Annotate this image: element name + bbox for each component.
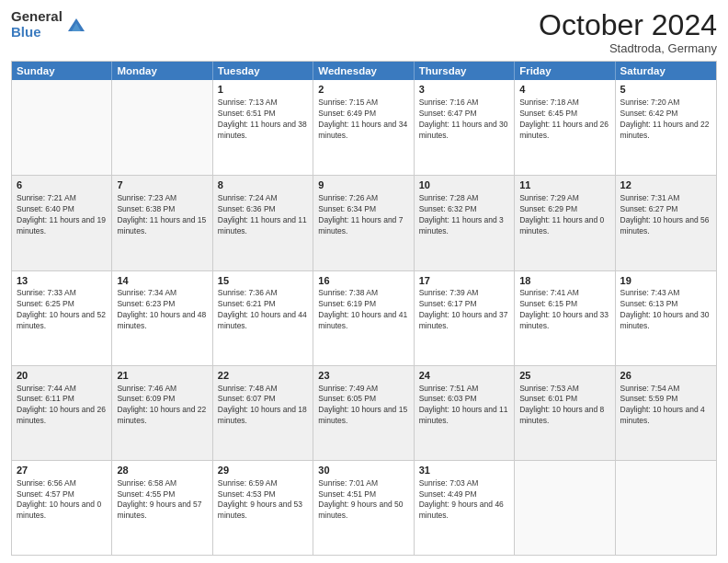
day-number: 9 [318,178,408,192]
logo: General Blue [11,9,86,40]
calendar-cell: 2Sunrise: 7:15 AMSunset: 6:49 PMDaylight… [313,80,414,175]
calendar-cell: 8Sunrise: 7:24 AMSunset: 6:36 PMDaylight… [213,176,313,270]
calendar-cell: 7Sunrise: 7:23 AMSunset: 6:38 PMDaylight… [112,176,212,270]
logo-text: General Blue [11,9,63,40]
day-info: Sunrise: 7:43 AMSunset: 6:13 PMDaylight:… [620,288,711,332]
calendar-cell: 22Sunrise: 7:48 AMSunset: 6:07 PMDayligh… [213,366,313,460]
calendar-cell [616,461,716,555]
calendar-cell: 14Sunrise: 7:34 AMSunset: 6:23 PMDayligh… [112,271,212,365]
day-info: Sunrise: 7:01 AMSunset: 4:51 PMDaylight:… [318,478,408,523]
day-info: Sunrise: 7:38 AMSunset: 6:19 PMDaylight:… [318,288,408,332]
calendar-cell: 20Sunrise: 7:44 AMSunset: 6:11 PMDayligh… [12,366,112,460]
day-info: Sunrise: 7:51 AMSunset: 6:03 PMDaylight:… [419,384,509,428]
calendar-cell: 26Sunrise: 7:54 AMSunset: 5:59 PMDayligh… [616,366,716,460]
day-info: Sunrise: 6:56 AMSunset: 4:57 PMDaylight:… [17,478,107,523]
day-info: Sunrise: 7:31 AMSunset: 6:27 PMDaylight:… [620,193,711,237]
calendar-cell: 27Sunrise: 6:56 AMSunset: 4:57 PMDayligh… [12,461,112,555]
day-info: Sunrise: 7:20 AMSunset: 6:42 PMDaylight:… [620,98,711,142]
calendar-cell [515,461,615,555]
calendar-cell: 16Sunrise: 7:38 AMSunset: 6:19 PMDayligh… [313,271,414,365]
day-info: Sunrise: 7:34 AMSunset: 6:23 PMDaylight:… [117,288,207,332]
header-day-monday: Monday [112,62,212,80]
day-info: Sunrise: 7:24 AMSunset: 6:36 PMDaylight:… [218,193,308,237]
day-number: 12 [620,178,711,192]
day-info: Sunrise: 7:41 AMSunset: 6:15 PMDaylight:… [519,288,609,332]
header-day-wednesday: Wednesday [313,62,414,80]
day-info: Sunrise: 7:46 AMSunset: 6:09 PMDaylight:… [117,384,207,428]
day-number: 19 [620,274,711,288]
day-info: Sunrise: 7:26 AMSunset: 6:34 PMDaylight:… [318,193,408,237]
calendar-cell: 25Sunrise: 7:53 AMSunset: 6:01 PMDayligh… [515,366,615,460]
calendar-cell: 3Sunrise: 7:16 AMSunset: 6:47 PMDaylight… [415,80,515,175]
day-info: Sunrise: 7:49 AMSunset: 6:05 PMDaylight:… [318,384,408,428]
day-info: Sunrise: 7:15 AMSunset: 6:49 PMDaylight:… [318,98,408,142]
day-info: Sunrise: 7:21 AMSunset: 6:40 PMDaylight:… [17,193,107,237]
day-info: Sunrise: 7:44 AMSunset: 6:11 PMDaylight:… [17,384,107,428]
day-info: Sunrise: 7:16 AMSunset: 6:47 PMDaylight:… [419,98,509,142]
header-day-tuesday: Tuesday [213,62,313,80]
calendar-cell: 15Sunrise: 7:36 AMSunset: 6:21 PMDayligh… [213,271,313,365]
day-info: Sunrise: 7:28 AMSunset: 6:32 PMDaylight:… [419,193,509,237]
day-number: 17 [419,274,509,288]
logo-icon [66,15,86,35]
title-block: October 2024 Stadtroda, Germany [539,9,717,55]
day-info: Sunrise: 7:33 AMSunset: 6:25 PMDaylight:… [17,288,107,332]
day-number: 1 [218,83,308,97]
calendar-cell: 12Sunrise: 7:31 AMSunset: 6:27 PMDayligh… [616,176,716,270]
day-info: Sunrise: 7:18 AMSunset: 6:45 PMDaylight:… [519,98,609,142]
day-info: Sunrise: 6:59 AMSunset: 4:53 PMDaylight:… [218,478,308,523]
day-info: Sunrise: 7:13 AMSunset: 6:51 PMDaylight:… [218,98,308,142]
calendar-cell: 11Sunrise: 7:29 AMSunset: 6:29 PMDayligh… [515,176,615,270]
calendar-cell: 24Sunrise: 7:51 AMSunset: 6:03 PMDayligh… [415,366,515,460]
calendar-cell: 6Sunrise: 7:21 AMSunset: 6:40 PMDaylight… [12,176,112,270]
day-number: 23 [318,369,408,383]
calendar-week-2: 6Sunrise: 7:21 AMSunset: 6:40 PMDaylight… [12,175,716,270]
calendar-cell: 9Sunrise: 7:26 AMSunset: 6:34 PMDaylight… [313,176,414,270]
day-number: 8 [218,178,308,192]
day-info: Sunrise: 7:48 AMSunset: 6:07 PMDaylight:… [218,384,308,428]
month-year: October 2024 [539,9,717,41]
day-number: 27 [17,464,107,477]
header-day-thursday: Thursday [415,62,515,80]
day-number: 21 [117,369,207,383]
calendar-cell: 5Sunrise: 7:20 AMSunset: 6:42 PMDaylight… [616,80,716,175]
calendar-cell: 13Sunrise: 7:33 AMSunset: 6:25 PMDayligh… [12,271,112,365]
calendar-cell: 4Sunrise: 7:18 AMSunset: 6:45 PMDaylight… [515,80,615,175]
calendar-week-5: 27Sunrise: 6:56 AMSunset: 4:57 PMDayligh… [12,460,716,555]
day-number: 29 [218,464,308,477]
header-day-saturday: Saturday [616,62,716,80]
calendar-cell [12,80,112,175]
day-number: 26 [620,369,711,383]
day-number: 7 [117,178,207,192]
day-number: 18 [519,274,609,288]
day-number: 22 [218,369,308,383]
day-number: 24 [419,369,509,383]
day-info: Sunrise: 7:23 AMSunset: 6:38 PMDaylight:… [117,193,207,237]
day-number: 5 [620,83,711,97]
day-number: 2 [318,83,408,97]
day-number: 20 [17,369,107,383]
calendar-cell: 28Sunrise: 6:58 AMSunset: 4:55 PMDayligh… [112,461,212,555]
calendar-body: 1Sunrise: 7:13 AMSunset: 6:51 PMDaylight… [12,80,716,555]
calendar-week-4: 20Sunrise: 7:44 AMSunset: 6:11 PMDayligh… [12,365,716,460]
calendar-cell [112,80,212,175]
calendar-cell: 18Sunrise: 7:41 AMSunset: 6:15 PMDayligh… [515,271,615,365]
day-info: Sunrise: 7:53 AMSunset: 6:01 PMDaylight:… [519,384,609,428]
calendar-cell: 30Sunrise: 7:01 AMSunset: 4:51 PMDayligh… [313,461,414,555]
day-info: Sunrise: 7:29 AMSunset: 6:29 PMDaylight:… [519,193,609,237]
calendar-cell: 21Sunrise: 7:46 AMSunset: 6:09 PMDayligh… [112,366,212,460]
day-number: 28 [117,464,207,477]
day-number: 4 [519,83,609,97]
day-info: Sunrise: 7:36 AMSunset: 6:21 PMDaylight:… [218,288,308,332]
day-number: 31 [419,464,509,477]
calendar-cell: 10Sunrise: 7:28 AMSunset: 6:32 PMDayligh… [415,176,515,270]
header-day-sunday: Sunday [12,62,112,80]
calendar-cell: 31Sunrise: 7:03 AMSunset: 4:49 PMDayligh… [415,461,515,555]
calendar-week-1: 1Sunrise: 7:13 AMSunset: 6:51 PMDaylight… [12,80,716,175]
calendar-cell: 23Sunrise: 7:49 AMSunset: 6:05 PMDayligh… [313,366,414,460]
calendar-cell: 29Sunrise: 6:59 AMSunset: 4:53 PMDayligh… [213,461,313,555]
logo-blue: Blue [11,25,63,40]
calendar-header: SundayMondayTuesdayWednesdayThursdayFrid… [12,62,716,80]
day-info: Sunrise: 7:39 AMSunset: 6:17 PMDaylight:… [419,288,509,332]
header: General Blue October 2024 Stadtroda, Ger… [11,9,717,55]
